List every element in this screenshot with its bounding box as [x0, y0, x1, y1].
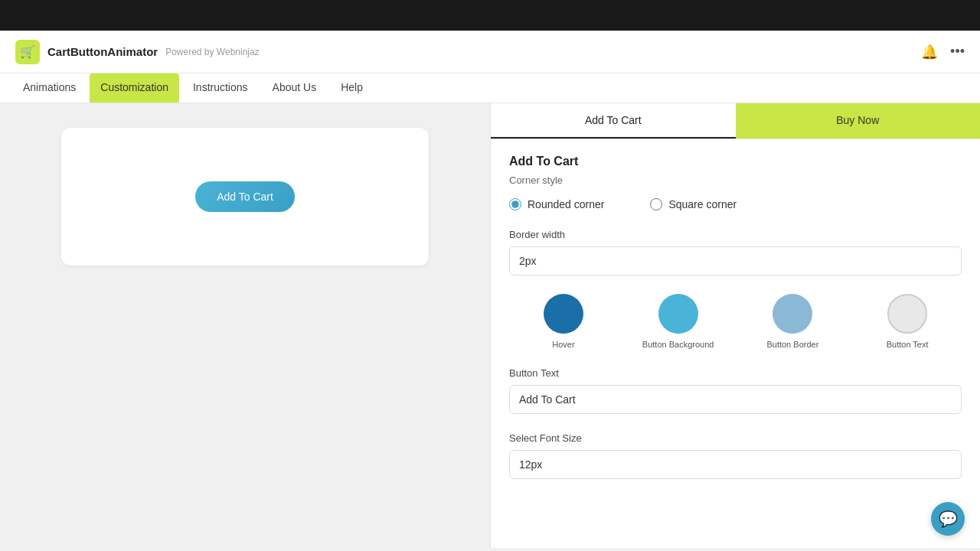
color-item-text: Button Text [853, 294, 962, 349]
button-text-label: Button Text [509, 367, 962, 379]
nav: Animations Customization Instructions Ab… [0, 73, 980, 103]
corner-style-radio-group: Rounded corner Square corner [509, 198, 962, 210]
rounded-corner-option[interactable]: Rounded corner [509, 198, 604, 210]
main-layout: Add To Cart Add To Cart Buy Now Add To C… [0, 103, 980, 548]
bg-color-swatch[interactable] [658, 294, 698, 334]
section-title: Add To Cart [509, 155, 962, 168]
nav-item-help[interactable]: Help [330, 73, 374, 103]
corner-style-label: Corner style [509, 174, 962, 186]
color-item-hover: Hover [509, 294, 618, 349]
notification-icon[interactable]: 🔔 [921, 44, 938, 60]
square-corner-label: Square corner [668, 198, 737, 210]
settings-panel: Add To Cart Corner style Rounded corner … [491, 139, 980, 513]
header-right: 🔔 ••• [921, 44, 965, 60]
border-color-swatch[interactable] [773, 294, 812, 334]
button-text-input[interactable] [509, 385, 962, 414]
chat-bubble[interactable]: 💬 [931, 502, 965, 536]
top-bar [0, 0, 980, 31]
font-size-label: Select Font Size [509, 432, 962, 444]
header-left: 🛒 CartButtonAnimator Powered by Webninja… [15, 40, 260, 64]
tab-add-to-cart[interactable]: Add To Cart [491, 103, 736, 139]
border-width-select[interactable]: 1px 2px 3px 4px [509, 246, 962, 276]
tab-buy-now[interactable]: Buy Now [736, 103, 981, 139]
text-color-label: Button Text [887, 340, 929, 349]
tab-row: Add To Cart Buy Now [491, 103, 980, 139]
square-corner-radio[interactable] [650, 198, 662, 210]
nav-item-instructions[interactable]: Instructions [182, 73, 259, 103]
powered-by: Powered by Webninjaz [165, 47, 260, 57]
right-panel: Add To Cart Buy Now Add To Cart Corner s… [490, 103, 980, 548]
square-corner-option[interactable]: Square corner [650, 198, 737, 210]
logo-icon: 🛒 [15, 40, 40, 64]
preview-card: Add To Cart [61, 128, 429, 266]
preview-add-to-cart-button[interactable]: Add To Cart [195, 181, 295, 212]
hover-color-label: Hover [552, 340, 574, 349]
font-size-select[interactable]: 10px 11px 12px 13px 14px 16px [509, 450, 962, 479]
left-panel: Add To Cart [0, 103, 490, 548]
color-item-border: Button Border [739, 294, 848, 349]
more-options-icon[interactable]: ••• [950, 44, 965, 60]
border-color-label: Button Border [766, 340, 818, 349]
header: 🛒 CartButtonAnimator Powered by Webninja… [0, 31, 980, 73]
app-title: CartButtonAnimator [47, 45, 158, 58]
color-item-bg: Button Background [624, 294, 733, 349]
rounded-corner-label: Rounded corner [528, 198, 604, 210]
nav-item-about-us[interactable]: About Us [262, 73, 328, 103]
rounded-corner-radio[interactable] [509, 198, 521, 210]
nav-item-animations[interactable]: Animations [12, 73, 87, 103]
hover-color-swatch[interactable] [544, 294, 583, 334]
color-row: Hover Button Background Button Border Bu… [509, 294, 962, 349]
nav-item-customization[interactable]: Customization [90, 73, 179, 103]
bg-color-label: Button Background [642, 340, 714, 349]
text-color-swatch[interactable] [887, 294, 927, 334]
border-width-label: Border width [509, 229, 962, 240]
